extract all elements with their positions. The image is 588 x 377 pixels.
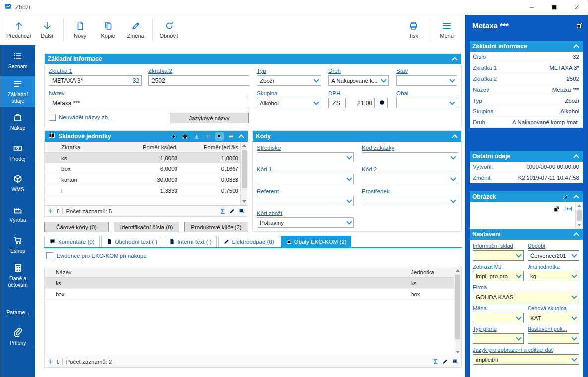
dph-rate-input[interactable]: 21,00 [345,98,375,108]
dph-label[interactable]: DPH [328,90,389,96]
scrollbar-thumb[interactable] [577,210,582,221]
referent-label[interactable]: Referent [257,188,354,194]
column-zkratka[interactable]: Zkratka [59,144,115,150]
tab-komentare[interactable]: Komentáře (0) [44,236,100,247]
kod-zbozi-label[interactable]: Kód zboží [257,210,354,216]
fit-width-icon[interactable] [565,205,573,214]
zobrazit-mj-dropdown[interactable]: impl. pro pro [473,271,524,281]
chevron-down-icon[interactable] [448,76,456,85]
kod2-dropdown[interactable] [362,174,458,184]
informacni-sklad-label[interactable]: Informační sklad [473,243,524,249]
sidebar-item-wms[interactable]: WMS [0,168,35,199]
zkratka1-value[interactable] [51,77,131,85]
collapse-icon[interactable] [573,153,580,160]
kod-zakazky-dropdown[interactable] [362,152,458,162]
copy-button[interactable]: Kopie [94,16,122,43]
scroll-up-arrow[interactable] [454,267,461,274]
print-button[interactable]: Tisk [400,16,427,43]
collapse-icon[interactable] [451,133,458,140]
grid-settings-icon[interactable] [452,358,459,366]
previous-button[interactable]: Předchozí [4,16,33,43]
obdobi-label[interactable]: Období [528,243,579,249]
prostredek-label[interactable]: Prostředek [362,188,458,194]
zkratka1-label[interactable]: Zkratka 1 [49,68,142,74]
magnifier-icon[interactable] [215,132,224,141]
produktove-klice-button[interactable]: Produktové klíče (2) [184,222,248,232]
chevron-down-icon[interactable] [449,153,457,162]
run-icon[interactable] [170,132,178,141]
cenova-skupina-label[interactable]: Cenová skupina [528,305,579,311]
table-row[interactable]: box box [45,289,454,300]
druh-label[interactable]: Druh [328,68,389,74]
kod1-dropdown[interactable] [257,174,354,184]
chevron-down-icon[interactable] [449,197,457,205]
jazyk-dropdown[interactable]: implicitní [473,354,579,365]
sidebar-item-eshop[interactable]: Eshop [0,229,35,260]
tab-obchodni-text[interactable]: Obchodní text ( ) [101,236,163,247]
sidebar-item-vyroba[interactable]: Výroba [0,199,35,229]
obdobi-dropdown[interactable]: Červenec/201 [528,250,579,261]
chevron-down-icon[interactable] [312,99,320,107]
open-image-icon[interactable] [553,205,561,214]
sidebar-item-prodej[interactable]: Prodej [0,137,35,168]
obal-label[interactable]: Obal [396,90,457,96]
tab-obaly-eko-kom[interactable]: Obaly EKO-KOM (2) [281,236,352,247]
menu-button[interactable]: Menu [433,16,461,43]
prostredek-dropdown[interactable] [362,196,458,206]
hamburger-icon[interactable] [227,132,235,141]
chevron-down-icon[interactable] [449,175,457,183]
scroll-up-arrow[interactable] [576,202,583,210]
minimize-button[interactable] [521,0,543,14]
sidebar-item-dane-a-uctovani[interactable]: Daně a účtování [0,260,35,291]
typ-planu-label[interactable]: Typ plánu [473,326,524,332]
asterisk-icon[interactable] [47,208,54,215]
cenova-skupina-dropdown[interactable]: KAT [528,313,579,323]
sidebar-item-parametry[interactable]: Parame... [0,291,35,322]
table-row[interactable]: l 1,3333 0,7500 [45,185,240,196]
next-button[interactable]: Další [33,16,61,43]
typ-dropdown[interactable]: Zboží [257,75,321,86]
stredisko-dropdown[interactable] [257,152,354,162]
firma-label[interactable]: Firma [473,284,579,290]
druh-dropdown[interactable]: A Nakupované k... [328,75,389,86]
scroll-up-arrow[interactable] [241,142,248,149]
sidebar-item-seznam[interactable]: Seznam [0,45,35,76]
obal-dropdown[interactable] [396,98,457,108]
collapse-icon[interactable] [573,43,580,50]
chevron-down-icon[interactable] [345,197,353,205]
column-pomer-jed-ks[interactable]: Poměr jed./ks [179,144,240,150]
chevron-down-icon[interactable] [312,76,320,85]
column-jednotka[interactable]: Jednotka [409,269,454,275]
jazyk-label[interactable]: Jazyk pro zobrazení a editaci dat [473,347,579,353]
table-row[interactable]: ks ks [45,278,454,289]
scrollbar-thumb[interactable] [455,275,460,339]
stav-label[interactable]: Stav [396,68,457,74]
chevron-down-icon[interactable] [570,293,578,301]
sidebar-item-zakladni-udaje[interactable]: Základní údaje [0,76,35,107]
typ-label[interactable]: Typ [257,68,321,74]
chevron-down-icon[interactable] [570,355,578,364]
informacni-sklad-dropdown[interactable] [473,250,524,261]
neuvadet-nazvy-checkbox[interactable] [49,114,56,121]
table-row[interactable]: box 6,0000 0,1667 [45,163,240,174]
chevron-down-icon[interactable] [570,251,578,260]
skupina-dropdown[interactable]: Alkohol [257,98,321,108]
edit-icon[interactable] [561,193,570,201]
nastaveni-pok-label[interactable]: Nastavení pok... [528,326,579,332]
stredisko-label[interactable]: Středisko [257,145,354,151]
zobrazit-mj-label[interactable]: Zobrazit MJ [473,264,524,269]
edit-icon[interactable] [229,208,235,215]
chevron-down-icon[interactable] [380,76,387,85]
table-row[interactable]: ks 1,0000 1,0000 [45,153,240,163]
chevron-down-icon[interactable] [570,272,578,280]
vertical-scrollbar[interactable] [454,267,461,356]
nazev-value[interactable] [51,99,247,107]
chevron-down-icon[interactable] [570,314,578,322]
vertical-scrollbar[interactable] [240,142,248,205]
referent-dropdown[interactable] [257,196,354,206]
kod-zbozi-dropdown[interactable]: Potraviny [257,217,354,228]
carove-kody-button[interactable]: Čárové kódy (0) [44,222,109,232]
column-pomer-ks-jed[interactable]: Poměr ks/jed. [115,144,179,150]
nazev-label[interactable]: Název [49,90,249,96]
nastaveni-pok-dropdown[interactable] [528,333,579,344]
